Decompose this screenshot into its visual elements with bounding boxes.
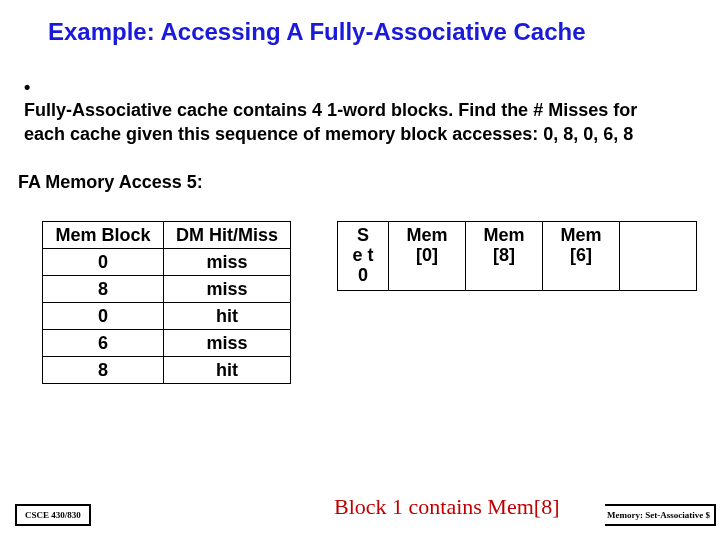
table-header-row: S e t 0 Mem [0] Mem [8] Mem [6] <box>338 222 697 290</box>
cell: miss <box>164 249 291 276</box>
tables-row: Mem Block DM Hit/Miss 0 miss 8 miss 0 hi… <box>0 193 720 384</box>
mem-label: Mem <box>406 225 447 245</box>
mem-index: [6] <box>570 245 592 265</box>
col-header-set: S e t 0 <box>338 222 389 290</box>
cell: 0 <box>43 303 164 330</box>
subheading: FA Memory Access 5: <box>0 146 720 193</box>
footer-topic: Memory: Set-Associative $ <box>605 504 716 526</box>
mem-index: [8] <box>493 245 515 265</box>
set-label-line1: S <box>357 225 369 245</box>
cell: miss <box>164 330 291 357</box>
bullet-dot: • <box>24 76 38 99</box>
mem-index: [0] <box>416 245 438 265</box>
cell: hit <box>164 303 291 330</box>
mem-label: Mem <box>483 225 524 245</box>
bullet-text: Fully-Associative cache contains 4 1-wor… <box>24 99 664 146</box>
col-header-mem0: Mem [0] <box>389 222 466 290</box>
cell: 8 <box>43 276 164 303</box>
access-table: Mem Block DM Hit/Miss 0 miss 8 miss 0 hi… <box>42 221 291 384</box>
col-header-empty <box>620 222 697 290</box>
mem-label: Mem <box>560 225 601 245</box>
col-header-hitmiss: DM Hit/Miss <box>164 222 291 249</box>
set-label-line2: e t <box>352 245 373 265</box>
col-header-memblock: Mem Block <box>43 222 164 249</box>
slide-title: Example: Accessing A Fully-Associative C… <box>0 0 720 46</box>
col-header-mem8: Mem [8] <box>466 222 543 290</box>
conclusion-text: Block 1 contains Mem[8] <box>334 494 559 520</box>
col-header-mem6: Mem [6] <box>543 222 620 290</box>
table-row: 8 hit <box>43 357 291 384</box>
cell: miss <box>164 276 291 303</box>
cell: 0 <box>43 249 164 276</box>
table-row: 0 hit <box>43 303 291 330</box>
cell: 8 <box>43 357 164 384</box>
table-header-row: Mem Block DM Hit/Miss <box>43 222 291 249</box>
table-row: 8 miss <box>43 276 291 303</box>
cache-state-table: S e t 0 Mem [0] Mem [8] Mem [6] <box>337 221 697 290</box>
table-row: 0 miss <box>43 249 291 276</box>
cell: 6 <box>43 330 164 357</box>
cell: hit <box>164 357 291 384</box>
set-value: 0 <box>358 265 368 285</box>
bullet-paragraph: • Fully-Associative cache contains 4 1-w… <box>0 46 720 146</box>
footer-course-code: CSCE 430/830 <box>15 504 91 526</box>
table-row: 6 miss <box>43 330 291 357</box>
